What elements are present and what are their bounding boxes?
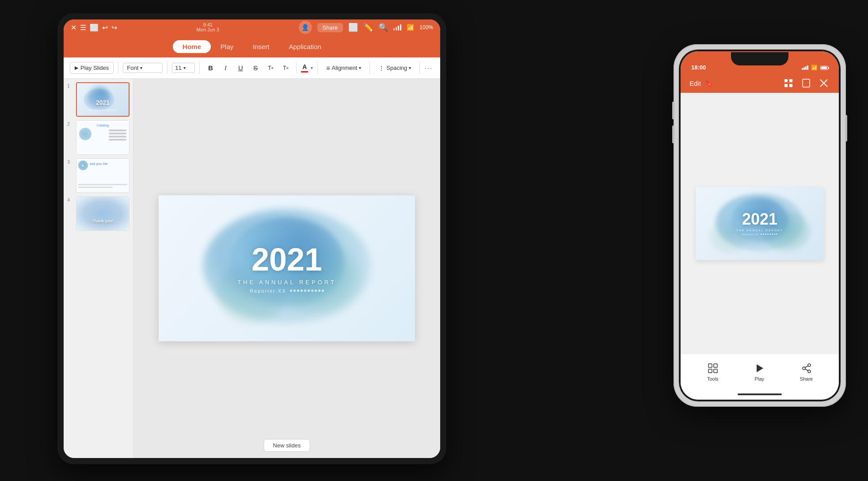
phone-nav-play[interactable]: Play [753,362,765,382]
slide-thumb-1[interactable]: 2021 THE ANNUAL REPORT [76,82,129,117]
share-button[interactable]: Share [317,23,343,32]
superscript-button[interactable]: Ta [264,62,277,74]
phone-wifi-icon: 📶 [811,65,818,71]
slide-item-1: 1 2021 THE ANNUAL REPORT [67,82,129,117]
color-dropdown-icon[interactable]: ▾ [311,65,313,70]
battery-indicator: 100% [419,24,433,31]
svg-point-14 [808,370,811,373]
bold-button[interactable]: B [204,62,217,74]
phone-inner: 18:00 📶 [679,50,841,401]
phone-home-indicator[interactable] [681,389,839,400]
underline-button[interactable]: U [234,62,247,74]
slide-number-4: 4 [67,196,73,202]
separator-5 [317,62,318,74]
tab-application[interactable]: Application [279,40,331,53]
phone-grid-icon[interactable] [782,77,795,89]
tablet-device: ✕ ☰ ⬜ ↩ ↪ 9:41 Mon Jun 3 👤 [57,13,446,464]
phone-slide[interactable]: 2021 THE ANNUAL REPORT Reporter:XX [696,187,824,260]
phone-bottom-nav: Tools Play [681,354,839,389]
phone-status-icons: 📶 [802,65,828,71]
italic-button[interactable]: I [219,62,232,74]
slide-thumb-4[interactable]: Thank you! [76,196,129,231]
main-slide-area: 2021 THE ANNUAL REPORT Reporter:XX [133,79,440,458]
tab-home[interactable]: Home [173,40,211,53]
edit-label[interactable]: Edit [689,80,701,87]
strikethrough-button[interactable]: S [249,62,262,74]
phone-year: 2021 [736,211,784,227]
main-slide[interactable]: 2021 THE ANNUAL REPORT Reporter:XX [159,195,415,341]
font-size-selector[interactable]: 11 ▾ [172,63,195,73]
phone-close-icon[interactable] [818,77,830,89]
tab-play[interactable]: Play [211,40,243,53]
phone-slide-content: 2021 THE ANNUAL REPORT Reporter:XX [736,211,784,236]
svg-rect-3 [789,84,792,87]
phone-side-button[interactable] [845,115,847,141]
phone-content: 2021 THE ANNUAL REPORT Reporter:XX [681,93,839,354]
font-color-button[interactable]: A [301,63,308,73]
thumb4-text: Thank you! [92,219,113,223]
phone-device: 18:00 📶 [674,44,846,407]
share-icon [800,362,813,374]
separator-2 [167,62,168,74]
slide-number-3: 3 [67,158,73,164]
thumb3-title: Add your title [90,162,108,165]
close-icon[interactable]: ✕ [71,23,76,32]
slide-thumb-2[interactable]: Catalog [76,120,129,155]
tablet-toolbar: Home Play Insert Application [64,35,440,57]
svg-rect-7 [708,364,712,367]
play-slides-button[interactable]: ▶ Play Slides [70,62,114,74]
menu-icon[interactable]: ☰ [80,23,86,32]
share-label: Share [800,376,813,382]
phone-nav-share[interactable]: Share [800,362,813,382]
phone-nav-tools[interactable]: Tools [707,362,719,382]
slide-dots [290,290,324,292]
separator-3 [199,62,200,74]
slide-number-1: 1 [67,82,73,88]
play-triangle-icon: ▶ [75,65,78,71]
tab-insert[interactable]: Insert [243,40,279,53]
slide-item-4: 4 Thank you! [67,196,129,231]
tools-icon [707,362,719,374]
alignment-button[interactable]: ≡ Alignment ▾ [322,63,365,73]
tablet-formatbar: ▶ Play Slides Font ▾ 11 ▾ B I U S [64,57,440,79]
phone-toolbar: Edit 🔖 [681,73,839,93]
chevron-down-icon-2: ▾ [183,65,186,70]
svg-line-16 [805,366,808,367]
tablet-screen: ✕ ☰ ⬜ ↩ ↪ 9:41 Mon Jun 3 👤 [64,19,440,458]
new-slides-button[interactable]: New slides [264,439,310,452]
slide-year: 2021 [251,244,322,275]
wifi-icon: 📶 [407,24,414,31]
phone-volume-down[interactable] [672,126,674,143]
phone-bookmark-icon[interactable]: 🔖 [704,79,713,88]
thumb1-subtitle: THE ANNUAL REPORT [87,109,118,111]
pencil-off-icon[interactable]: ✏️ [363,23,373,32]
undo-icon[interactable]: ↩ [102,23,108,32]
spacing-chevron-icon: ▾ [409,65,411,70]
slide-thumb-3[interactable]: 0. Add your title [76,158,129,193]
redo-icon[interactable]: ↪ [111,23,117,32]
statusbar-right: 👤 Share ⬜ ✏️ 🔍 [299,21,433,34]
svg-rect-2 [784,84,788,87]
phone-layout-icon[interactable] [800,77,812,89]
alignment-icon: ≡ [326,65,330,72]
phone-reporter: Reporter:XX [736,233,784,236]
view-icon[interactable]: ⬜ [348,23,358,32]
phone-volume-up[interactable] [672,102,674,119]
phone-toolbar-right [782,77,830,89]
thumb2-title: Catalog [97,123,109,127]
svg-rect-8 [714,364,717,367]
separator-7 [419,62,420,74]
user-avatar[interactable]: 👤 [299,21,312,34]
spacing-button[interactable]: ⋮ Spacing ▾ [374,63,415,73]
tablet-date: Mon Jun 3 [197,27,219,32]
spacing-icon: ⋮ [378,65,385,72]
slide-subtitle: THE ANNUAL REPORT [237,279,336,286]
subscript-button[interactable]: Ta [279,62,292,74]
chevron-down-icon: ▾ [140,65,142,70]
separator-4 [296,62,297,74]
more-options-icon[interactable]: ⋯ [424,63,432,73]
search-icon[interactable]: 🔍 [378,23,388,32]
svg-marker-11 [757,364,763,372]
font-selector[interactable]: Font ▾ [123,63,163,73]
bookmark-icon[interactable]: ⬜ [90,23,99,32]
